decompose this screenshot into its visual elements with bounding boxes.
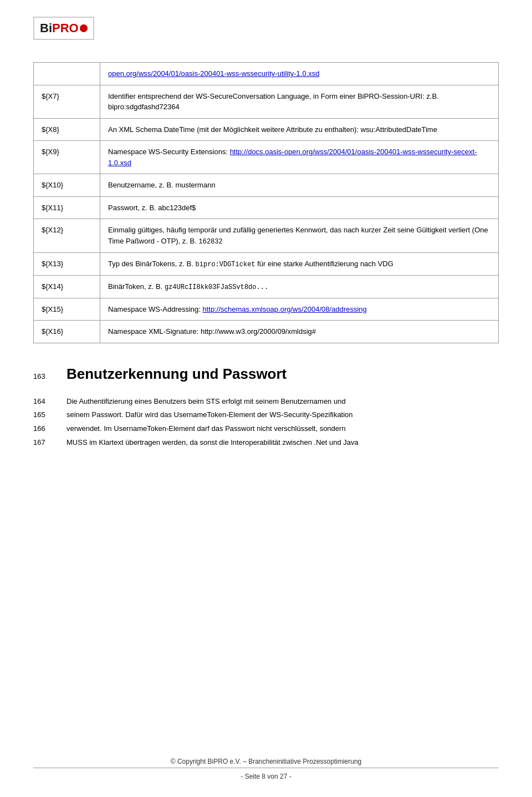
x12-mono: 162832	[198, 238, 222, 246]
table-row: open.org/wss/2004/01/oasis-200401-wss-ws…	[34, 63, 499, 85]
table-cell-val-x9: Namespace WS-Security Extensions: http:/…	[100, 141, 499, 174]
table-row: ${X14} BinärToken, z. B. gz4URcII8kk03FJ…	[34, 275, 499, 298]
footer-page: - Seite 8 von 27 -	[33, 768, 499, 780]
table-row: ${X13} Typ des BinärTokens, z. B. bipro:…	[34, 252, 499, 275]
table-cell-key-x11: ${X11}	[34, 196, 100, 219]
table-cell-key-x10: ${X10}	[34, 174, 100, 197]
main-table: open.org/wss/2004/01/oasis-200401-wss-ws…	[33, 62, 499, 343]
table-row: ${X7} Identifier entsprechend der WS-Sec…	[34, 85, 499, 118]
table-cell-val-x14: BinärToken, z. B. gz4URcII8kk03FJaSSvt8d…	[100, 275, 499, 298]
section-line: 165 seinem Passwort. Dafür wird das User…	[33, 409, 499, 421]
table-cell-key-x13: ${X13}	[34, 252, 100, 275]
top-link[interactable]: open.org/wss/2004/01/oasis-200401-wss-ws…	[108, 69, 320, 78]
section-line: 164 Die Authentifizierung eines Benutzer…	[33, 396, 499, 408]
x13-mono: bipro:VDGTicket	[196, 261, 255, 268]
line-num-167: 167	[33, 437, 50, 449]
line-num-164: 164	[33, 396, 50, 408]
section-heading: Benutzerkennung und Passwort	[66, 365, 287, 383]
table-cell-key-x15: ${X15}	[34, 298, 100, 321]
table-cell-key-x12: ${X12}	[34, 219, 100, 253]
table-cell-val-x10: Benutzername, z. B. mustermann	[100, 174, 499, 197]
table-cell-val-x11: Passwort, z. B. abc123def$	[100, 196, 499, 219]
line-text-166: verwendet. Im UsernameToken-Element darf…	[66, 423, 499, 435]
footer-copyright: © Copyright BiPRO e.V. – Brancheninitiat…	[0, 758, 532, 765]
table-row: ${X8} An XML Schema DateTime (mit der Mö…	[34, 118, 499, 141]
table-cell-val-x15: Namespace WS-Addressing: http://schemas.…	[100, 298, 499, 321]
table-row: ${X11} Passwort, z. B. abc123def$	[34, 196, 499, 219]
table-row: ${X15} Namespace WS-Addressing: http://s…	[34, 298, 499, 321]
section-line: 167 MUSS im Klartext übertragen werden, …	[33, 437, 499, 449]
table-row: ${X9} Namespace WS-Security Extensions: …	[34, 141, 499, 174]
table-cell-key-x9: ${X9}	[34, 141, 100, 174]
section-heading-num: 163	[33, 372, 50, 380]
table-row: ${X10} Benutzername, z. B. mustermann	[34, 174, 499, 197]
x14-mono: gz4URcII8kk03FJaSSvt8do...	[165, 283, 268, 291]
logo-pro: PRO	[52, 21, 79, 35]
table-cell-val-x7: Identifier entsprechend der WS-SecureCon…	[100, 85, 499, 118]
section-block: 163 Benutzerkennung und Passwort 164 Die…	[33, 365, 499, 449]
line-text-164: Die Authentifizierung eines Benutzers be…	[66, 396, 499, 408]
table-cell-val: open.org/wss/2004/01/oasis-200401-wss-ws…	[100, 63, 499, 85]
table-row: ${X16} Namespace XML-Signature: http://w…	[34, 321, 499, 343]
table-cell-val-x16: Namespace XML-Signature: http://www.w3.o…	[100, 321, 499, 343]
line-num-165: 165	[33, 409, 50, 421]
table-cell-key	[34, 63, 100, 85]
logo-icon	[80, 24, 88, 32]
logo-area: BiPRO	[33, 17, 499, 40]
section-heading-line: 163 Benutzerkennung und Passwort	[33, 365, 499, 388]
table-cell-key-x16: ${X16}	[34, 321, 100, 343]
table-cell-key-x7: ${X7}	[34, 85, 100, 118]
section-line: 166 verwendet. Im UsernameToken-Element …	[33, 423, 499, 435]
table-cell-key-x8: ${X8}	[34, 118, 100, 141]
logo-text: BiPRO	[40, 21, 79, 35]
line-text-165: seinem Passwort. Dafür wird das Username…	[66, 409, 499, 421]
x15-link[interactable]: http://schemas.xmlsoap.org/ws/2004/08/ad…	[203, 305, 367, 313]
logo-bi: Bi	[40, 21, 52, 35]
x9-prefix: Namespace WS-Security Extensions:	[108, 148, 230, 156]
line-text-167: MUSS im Klartext übertragen werden, da s…	[66, 437, 499, 449]
x15-prefix: Namespace WS-Addressing:	[108, 305, 203, 313]
table-cell-val-x12: Einmalig gültiges, häufig temporär und z…	[100, 219, 499, 253]
logo-box: BiPRO	[33, 17, 94, 40]
table-cell-key-x14: ${X14}	[34, 275, 100, 298]
table-row: ${X12} Einmalig gültiges, häufig temporä…	[34, 219, 499, 253]
line-num-166: 166	[33, 423, 50, 435]
footer: © Copyright BiPRO e.V. – Brancheninitiat…	[0, 758, 532, 780]
table-cell-val-x8: An XML Schema DateTime (mit der Möglichk…	[100, 118, 499, 141]
table-cell-val-x13: Typ des BinärTokens, z. B. bipro:VDGTick…	[100, 252, 499, 275]
